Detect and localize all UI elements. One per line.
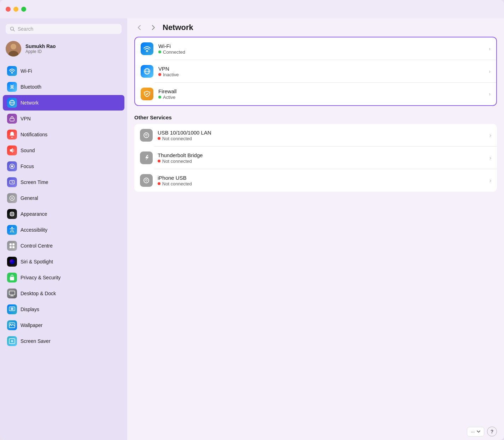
iphone-usb-info: iPhone USB Not connected — [158, 175, 485, 186]
user-info: Sumukh Rao Apple ID — [25, 43, 56, 54]
user-subtitle: Apple ID — [25, 49, 56, 54]
desktop-icon — [7, 289, 17, 298]
content-header: Network — [127, 18, 504, 37]
back-button[interactable] — [134, 23, 144, 32]
wifi-icon — [7, 66, 17, 76]
close-button[interactable] — [6, 7, 11, 12]
thunderbolt-chevron-icon: › — [490, 155, 491, 161]
sidebar-item-vpn[interactable]: VPN — [3, 111, 124, 126]
content-area: Network Wi-Fi Connecte — [127, 18, 504, 440]
sidebar-item-general[interactable]: General — [3, 190, 124, 206]
sidebar-item-sound[interactable]: Sound — [3, 143, 124, 158]
sidebar: Search Sumukh Rao Apple ID — [0, 18, 127, 440]
firewall-row-status: Active — [158, 95, 484, 100]
thunderbolt-icon — [140, 151, 153, 164]
vpn-chevron-icon: › — [489, 69, 491, 74]
usb-lan-chevron-icon: › — [490, 132, 491, 138]
vpn-status-dot — [158, 73, 161, 76]
sidebar-item-controlcentre[interactable]: Control Centre — [3, 238, 124, 254]
sidebar-item-displays[interactable]: Displays — [3, 302, 124, 317]
sidebar-item-privacy[interactable]: Privacy & Security — [3, 270, 124, 285]
sidebar-item-general-label: General — [20, 195, 38, 201]
sidebar-item-siri[interactable]: Siri & Spotlight — [3, 254, 124, 269]
siri-icon — [7, 257, 17, 267]
svg-rect-21 — [10, 246, 12, 248]
screentime-icon — [7, 177, 17, 187]
sidebar-item-notifications[interactable]: Notifications — [3, 127, 124, 142]
wallpaper-icon — [7, 320, 17, 330]
iphone-usb-icon — [140, 174, 153, 187]
user-name: Sumukh Rao — [25, 43, 56, 49]
wifi-row[interactable]: Wi-Fi Connected › — [135, 37, 496, 60]
sidebar-item-appearance[interactable]: Appearance — [3, 206, 124, 222]
firewall-row[interactable]: Firewall Active › — [135, 83, 496, 105]
sidebar-item-bluetooth-label: Bluetooth — [20, 84, 41, 90]
traffic-lights — [6, 7, 26, 12]
sidebar-item-bluetooth[interactable]: Bluetooth — [3, 79, 124, 95]
sidebar-item-screentime[interactable]: Screen Time — [3, 174, 124, 190]
usb-lan-info: USB 10/100/1000 LAN Not connected — [158, 130, 485, 141]
thunderbolt-status: Not connected — [158, 159, 485, 164]
vpn-row[interactable]: VPN Inactive › — [135, 60, 496, 83]
main-layout: Search Sumukh Rao Apple ID — [0, 18, 504, 440]
maximize-button[interactable] — [21, 7, 26, 12]
usb-lan-icon — [140, 129, 153, 142]
sidebar-item-controlcentre-label: Control Centre — [20, 243, 53, 249]
sidebar-item-wallpaper[interactable]: Wallpaper — [3, 317, 124, 333]
wifi-row-icon — [141, 42, 153, 55]
usb-lan-status: Not connected — [158, 136, 485, 141]
firewall-status-text: Active — [163, 95, 175, 100]
sidebar-item-wifi-label: Wi-Fi — [20, 68, 32, 74]
user-profile[interactable]: Sumukh Rao Apple ID — [0, 38, 127, 62]
help-button[interactable]: ? — [487, 427, 497, 436]
thunderbolt-row[interactable]: Thunderbolt Bridge Not connected › — [134, 147, 497, 169]
svg-rect-19 — [10, 243, 12, 245]
privacy-icon — [7, 273, 17, 283]
iphone-usb-row[interactable]: iPhone USB Not connected › — [134, 169, 497, 192]
sidebar-item-notifications-label: Notifications — [20, 132, 47, 137]
sidebar-item-appearance-label: Appearance — [20, 211, 47, 217]
window: Search Sumukh Rao Apple ID — [0, 0, 504, 440]
svg-line-1 — [13, 30, 15, 31]
search-icon — [10, 26, 15, 31]
content-body: Wi-Fi Connected › — [127, 37, 504, 423]
other-services-list: USB 10/100/1000 LAN Not connected › — [134, 124, 497, 192]
vpn-icon — [7, 114, 17, 124]
sidebar-item-network[interactable]: Network — [3, 95, 124, 111]
search-bar[interactable]: Search — [6, 24, 122, 34]
firewall-row-icon — [141, 88, 153, 100]
sidebar-item-siri-label: Siri & Spotlight — [20, 259, 53, 264]
other-services-header: Other Services — [134, 114, 497, 120]
vpn-status-text: Inactive — [163, 72, 179, 77]
title-bar — [0, 0, 504, 18]
sidebar-item-wifi[interactable]: Wi-Fi — [3, 63, 124, 79]
more-button[interactable]: ··· — [467, 427, 484, 436]
svg-rect-29 — [11, 308, 13, 310]
svg-point-18 — [11, 227, 13, 228]
iphone-usb-status-dot — [158, 182, 160, 185]
svg-point-3 — [11, 44, 16, 49]
forward-button[interactable] — [148, 23, 158, 32]
sidebar-item-focus-label: Focus — [20, 163, 34, 169]
sidebar-item-desktop[interactable]: Desktop & Dock — [3, 286, 124, 301]
vpn-row-name: VPN — [158, 66, 484, 72]
wifi-status-text: Connected — [163, 49, 185, 55]
sidebar-item-network-label: Network — [20, 100, 39, 106]
thunderbolt-status-text: Not connected — [162, 159, 192, 164]
sidebar-item-screensaver[interactable]: Screen Saver — [3, 333, 124, 349]
svg-rect-20 — [12, 243, 14, 245]
notifications-icon — [7, 130, 17, 139]
wifi-chevron-icon: › — [489, 46, 491, 52]
sidebar-item-displays-label: Displays — [20, 307, 39, 312]
more-dots: ··· — [471, 429, 475, 434]
minimize-button[interactable] — [13, 7, 18, 12]
svg-point-40 — [146, 181, 147, 182]
sidebar-item-accessibility[interactable]: Accessibility — [3, 222, 124, 238]
wifi-row-name: Wi-Fi — [158, 43, 484, 49]
usb-lan-row[interactable]: USB 10/100/1000 LAN Not connected › — [134, 124, 497, 147]
svg-rect-8 — [10, 118, 14, 121]
sidebar-item-wallpaper-label: Wallpaper — [20, 322, 43, 328]
usb-lan-status-text: Not connected — [162, 136, 192, 141]
sidebar-item-focus[interactable]: Focus — [3, 159, 124, 174]
sidebar-item-privacy-label: Privacy & Security — [20, 275, 61, 280]
